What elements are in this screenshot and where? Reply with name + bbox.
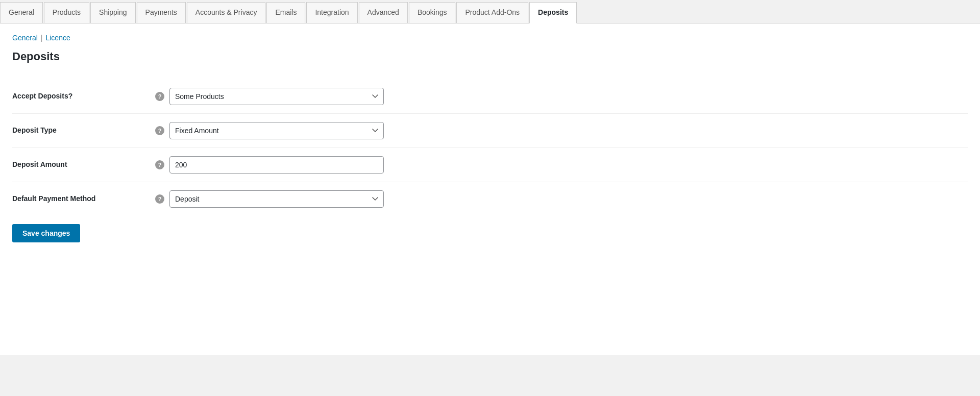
default-payment-method-help-icon[interactable]: ?	[155, 194, 164, 204]
breadcrumb: General | Licence	[12, 34, 968, 42]
accept-deposits-label: Accept Deposits?	[12, 92, 72, 100]
tab-accounts-privacy[interactable]: Accounts & Privacy	[187, 2, 266, 23]
section-title: Deposits	[12, 50, 968, 67]
tab-shipping[interactable]: Shipping	[90, 2, 136, 23]
tab-bookings[interactable]: Bookings	[409, 2, 456, 23]
breadcrumb-general-link[interactable]: General	[12, 34, 38, 42]
default-payment-method-label: Default Payment Method	[12, 194, 95, 203]
save-changes-button[interactable]: Save changes	[12, 224, 80, 242]
deposit-type-label: Deposit Type	[12, 126, 57, 134]
tab-product-add-ons[interactable]: Product Add-Ons	[456, 2, 528, 23]
tab-products[interactable]: Products	[44, 2, 89, 23]
tab-emails[interactable]: Emails	[266, 2, 305, 23]
accept-deposits-row: Accept Deposits? ? All Products Some Pro…	[12, 80, 968, 114]
accept-deposits-select[interactable]: All Products Some Products None	[169, 88, 384, 105]
deposit-amount-field-row: ?	[155, 156, 968, 174]
deposit-type-row: Deposit Type ? Fixed Amount Percentage	[12, 113, 968, 147]
tab-navigation: General Products Shipping Payments Accou…	[0, 0, 980, 23]
page-wrapper: General Products Shipping Payments Accou…	[0, 0, 980, 355]
tab-deposits[interactable]: Deposits	[529, 2, 577, 23]
deposit-type-select[interactable]: Fixed Amount Percentage	[169, 122, 384, 139]
tab-general[interactable]: General	[0, 2, 43, 23]
deposit-type-help-icon[interactable]: ?	[155, 126, 164, 135]
tab-payments[interactable]: Payments	[137, 2, 186, 23]
deposit-amount-input[interactable]	[169, 156, 384, 174]
default-payment-method-select[interactable]: Deposit Full Amount	[169, 190, 384, 208]
default-payment-method-field-row: ? Deposit Full Amount	[155, 190, 968, 208]
breadcrumb-licence-link[interactable]: Licence	[45, 34, 70, 42]
accept-deposits-help-icon[interactable]: ?	[155, 92, 164, 101]
deposit-amount-help-icon[interactable]: ?	[155, 160, 164, 169]
tab-advanced[interactable]: Advanced	[359, 2, 408, 23]
deposit-type-field-row: ? Fixed Amount Percentage	[155, 122, 968, 139]
accept-deposits-field-row: ? All Products Some Products None	[155, 88, 968, 105]
settings-form: Accept Deposits? ? All Products Some Pro…	[12, 80, 968, 216]
tab-integration[interactable]: Integration	[306, 2, 357, 23]
deposit-amount-row: Deposit Amount ?	[12, 147, 968, 182]
main-content: General | Licence Deposits Accept Deposi…	[0, 23, 980, 355]
default-payment-method-row: Default Payment Method ? Deposit Full Am…	[12, 182, 968, 216]
breadcrumb-separator: |	[41, 34, 43, 42]
deposit-amount-label: Deposit Amount	[12, 160, 67, 168]
